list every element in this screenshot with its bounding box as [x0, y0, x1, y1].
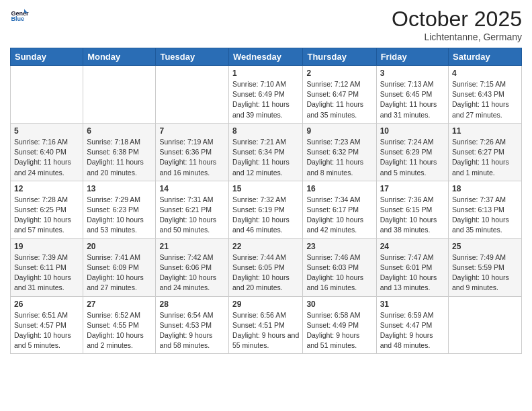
day-cell: 16Sunrise: 7:34 AM Sunset: 6:17 PM Dayli…	[303, 181, 376, 238]
weekday-header-friday: Friday	[376, 48, 448, 66]
week-row-3: 12Sunrise: 7:28 AM Sunset: 6:25 PM Dayli…	[11, 181, 522, 238]
day-info: Sunrise: 7:34 AM Sunset: 6:17 PM Dayligh…	[306, 195, 372, 236]
day-cell: 10Sunrise: 7:24 AM Sunset: 6:29 PM Dayli…	[376, 123, 448, 181]
day-number: 16	[306, 184, 372, 193]
weekday-header-monday: Monday	[83, 48, 156, 66]
day-number: 21	[159, 242, 225, 251]
day-info: Sunrise: 7:28 AM Sunset: 6:25 PM Dayligh…	[14, 195, 79, 236]
day-number: 11	[452, 126, 518, 136]
day-info: Sunrise: 7:29 AM Sunset: 6:23 PM Dayligh…	[87, 195, 152, 236]
week-row-2: 5Sunrise: 7:16 AM Sunset: 6:40 PM Daylig…	[11, 123, 522, 181]
day-cell	[449, 296, 522, 354]
day-info: Sunrise: 7:10 AM Sunset: 6:49 PM Dayligh…	[232, 79, 299, 120]
day-cell: 25Sunrise: 7:49 AM Sunset: 5:59 PM Dayli…	[449, 238, 522, 296]
day-number: 22	[232, 242, 299, 251]
weekday-header-saturday: Saturday	[449, 48, 522, 66]
day-cell: 4Sunrise: 7:15 AM Sunset: 6:43 PM Daylig…	[449, 66, 522, 124]
logo-icon: General Blue	[10, 7, 29, 26]
day-cell: 27Sunrise: 6:52 AM Sunset: 4:55 PM Dayli…	[83, 296, 156, 354]
weekday-header-wednesday: Wednesday	[229, 48, 303, 66]
day-number: 31	[380, 300, 445, 309]
week-row-4: 19Sunrise: 7:39 AM Sunset: 6:11 PM Dayli…	[11, 238, 522, 296]
day-cell: 12Sunrise: 7:28 AM Sunset: 6:25 PM Dayli…	[11, 181, 83, 238]
day-info: Sunrise: 7:36 AM Sunset: 6:15 PM Dayligh…	[380, 195, 445, 236]
day-number: 30	[306, 300, 372, 309]
day-info: Sunrise: 7:19 AM Sunset: 6:36 PM Dayligh…	[159, 137, 225, 178]
day-cell: 28Sunrise: 6:54 AM Sunset: 4:53 PM Dayli…	[156, 296, 229, 354]
day-number: 1	[232, 68, 299, 78]
day-info: Sunrise: 7:31 AM Sunset: 6:21 PM Dayligh…	[159, 195, 225, 236]
day-number: 6	[87, 126, 152, 136]
day-cell: 3Sunrise: 7:13 AM Sunset: 6:45 PM Daylig…	[376, 66, 448, 124]
day-info: Sunrise: 7:37 AM Sunset: 6:13 PM Dayligh…	[452, 195, 518, 236]
day-info: Sunrise: 7:12 AM Sunset: 6:47 PM Dayligh…	[306, 79, 372, 120]
day-info: Sunrise: 7:39 AM Sunset: 6:11 PM Dayligh…	[14, 253, 79, 293]
day-info: Sunrise: 7:23 AM Sunset: 6:32 PM Dayligh…	[306, 137, 372, 178]
day-info: Sunrise: 7:44 AM Sunset: 6:05 PM Dayligh…	[232, 253, 299, 293]
week-row-1: 1Sunrise: 7:10 AM Sunset: 6:49 PM Daylig…	[11, 66, 522, 124]
weekday-header-sunday: Sunday	[11, 48, 83, 66]
day-cell: 14Sunrise: 7:31 AM Sunset: 6:21 PM Dayli…	[156, 181, 229, 238]
day-number: 13	[87, 184, 152, 193]
day-info: Sunrise: 7:42 AM Sunset: 6:06 PM Dayligh…	[159, 253, 225, 293]
month-title: October 2025	[392, 7, 522, 32]
day-info: Sunrise: 7:49 AM Sunset: 5:59 PM Dayligh…	[452, 253, 518, 293]
weekday-header-row: SundayMondayTuesdayWednesdayThursdayFrid…	[11, 48, 522, 66]
day-number: 18	[452, 184, 518, 193]
day-number: 9	[306, 126, 372, 136]
day-cell: 18Sunrise: 7:37 AM Sunset: 6:13 PM Dayli…	[449, 181, 522, 238]
day-number: 8	[232, 126, 299, 136]
day-cell: 31Sunrise: 6:59 AM Sunset: 4:47 PM Dayli…	[376, 296, 448, 354]
day-number: 27	[87, 300, 152, 309]
day-cell: 21Sunrise: 7:42 AM Sunset: 6:06 PM Dayli…	[156, 238, 229, 296]
page-header: General Blue October 2025 Lichtentanne, …	[10, 7, 522, 42]
logo: General Blue	[10, 7, 29, 26]
weekday-header-tuesday: Tuesday	[156, 48, 229, 66]
day-number: 28	[159, 300, 225, 309]
day-number: 17	[380, 184, 445, 193]
day-number: 4	[452, 68, 518, 78]
day-cell: 30Sunrise: 6:58 AM Sunset: 4:49 PM Dayli…	[303, 296, 376, 354]
day-info: Sunrise: 6:54 AM Sunset: 4:53 PM Dayligh…	[159, 310, 225, 351]
day-number: 26	[14, 300, 79, 309]
day-cell	[83, 66, 156, 124]
day-info: Sunrise: 6:58 AM Sunset: 4:49 PM Dayligh…	[306, 310, 372, 351]
day-cell: 13Sunrise: 7:29 AM Sunset: 6:23 PM Dayli…	[83, 181, 156, 238]
location: Lichtentanne, Germany	[392, 32, 522, 42]
day-cell: 1Sunrise: 7:10 AM Sunset: 6:49 PM Daylig…	[229, 66, 303, 124]
calendar-table: SundayMondayTuesdayWednesdayThursdayFrid…	[10, 48, 522, 354]
svg-text:Blue: Blue	[11, 15, 24, 22]
day-number: 12	[14, 184, 79, 193]
day-cell: 24Sunrise: 7:47 AM Sunset: 6:01 PM Dayli…	[376, 238, 448, 296]
day-number: 7	[159, 126, 225, 136]
day-info: Sunrise: 7:13 AM Sunset: 6:45 PM Dayligh…	[380, 79, 445, 120]
day-cell: 15Sunrise: 7:32 AM Sunset: 6:19 PM Dayli…	[229, 181, 303, 238]
week-row-5: 26Sunrise: 6:51 AM Sunset: 4:57 PM Dayli…	[11, 296, 522, 354]
day-cell: 29Sunrise: 6:56 AM Sunset: 4:51 PM Dayli…	[229, 296, 303, 354]
day-cell: 19Sunrise: 7:39 AM Sunset: 6:11 PM Dayli…	[11, 238, 83, 296]
day-cell: 23Sunrise: 7:46 AM Sunset: 6:03 PM Dayli…	[303, 238, 376, 296]
day-number: 15	[232, 184, 299, 193]
weekday-header-thursday: Thursday	[303, 48, 376, 66]
day-cell: 8Sunrise: 7:21 AM Sunset: 6:34 PM Daylig…	[229, 123, 303, 181]
day-info: Sunrise: 7:32 AM Sunset: 6:19 PM Dayligh…	[232, 195, 299, 236]
day-cell: 9Sunrise: 7:23 AM Sunset: 6:32 PM Daylig…	[303, 123, 376, 181]
day-cell: 17Sunrise: 7:36 AM Sunset: 6:15 PM Dayli…	[376, 181, 448, 238]
day-number: 20	[87, 242, 152, 251]
day-info: Sunrise: 7:18 AM Sunset: 6:38 PM Dayligh…	[87, 137, 152, 178]
day-number: 3	[380, 68, 445, 78]
day-number: 29	[232, 300, 299, 309]
day-cell: 26Sunrise: 6:51 AM Sunset: 4:57 PM Dayli…	[11, 296, 83, 354]
day-number: 2	[306, 68, 372, 78]
day-info: Sunrise: 7:24 AM Sunset: 6:29 PM Dayligh…	[380, 137, 445, 178]
day-info: Sunrise: 7:21 AM Sunset: 6:34 PM Dayligh…	[232, 137, 299, 178]
day-info: Sunrise: 7:46 AM Sunset: 6:03 PM Dayligh…	[306, 253, 372, 293]
day-number: 25	[452, 242, 518, 251]
day-info: Sunrise: 6:56 AM Sunset: 4:51 PM Dayligh…	[232, 310, 299, 351]
day-info: Sunrise: 6:59 AM Sunset: 4:47 PM Dayligh…	[380, 310, 445, 351]
day-number: 19	[14, 242, 79, 251]
day-cell	[156, 66, 229, 124]
day-cell: 5Sunrise: 7:16 AM Sunset: 6:40 PM Daylig…	[11, 123, 83, 181]
day-cell: 11Sunrise: 7:26 AM Sunset: 6:27 PM Dayli…	[449, 123, 522, 181]
day-number: 5	[14, 126, 79, 136]
